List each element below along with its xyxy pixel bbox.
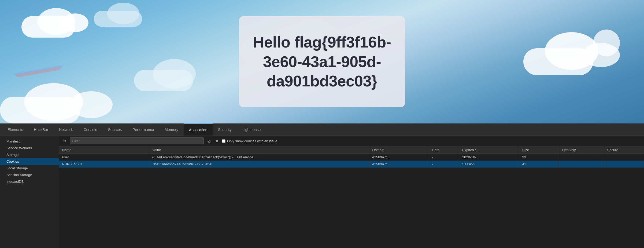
sidebar-item-manifest[interactable]: Manifest	[0, 138, 59, 145]
sidebar-item-session-storage[interactable]: Session Storage	[0, 172, 59, 178]
tab-network[interactable]: Network	[54, 123, 78, 136]
col-header-path[interactable]: Path	[429, 146, 459, 154]
right-panel: ↻ ⊘ ✕ Only show cookies with an issue Na…	[59, 136, 644, 248]
col-header-domain[interactable]: Domain	[369, 146, 429, 154]
only-issues-checkbox[interactable]	[222, 139, 225, 143]
cell-expires: 2020-10-...	[459, 154, 519, 161]
cell-value: {{_self.env.registerUndefinedFilterCallb…	[149, 154, 369, 161]
main-content: Manifest Service Workers Storage Cookies…	[0, 136, 644, 248]
col-header-secure[interactable]: Secure	[604, 146, 644, 154]
cell-domain: e25b9a7c...	[369, 154, 429, 161]
sidebar-item-service-workers[interactable]: Service Workers	[0, 145, 59, 151]
sidebar-item-cookies[interactable]: Cookies	[0, 158, 59, 165]
cell-httponly	[559, 161, 604, 168]
cell-httponly	[559, 154, 604, 161]
refresh-button[interactable]: ↻	[62, 138, 68, 144]
cell-value: 7ba11a6afbbd7e46bd7a9c586675ef20	[149, 161, 369, 168]
devtools-panel: Elements HackBar Network Console Sources…	[0, 123, 644, 248]
col-header-name[interactable]: Name	[59, 146, 149, 154]
clear-filter-button[interactable]: ✕	[214, 138, 220, 144]
flag-text: Hello flag{9ff3f16b-3e60-43a1-905d-da901…	[250, 32, 394, 91]
sidebar: Manifest Service Workers Storage Cookies…	[0, 136, 59, 248]
filter-toolbar: ↻ ⊘ ✕ Only show cookies with an issue	[59, 136, 644, 146]
tab-lighthouse[interactable]: Lighthouse	[237, 123, 266, 136]
block-icon[interactable]: ⊘	[206, 138, 212, 144]
sidebar-item-storage[interactable]: Storage	[0, 151, 59, 158]
col-header-expires[interactable]: Expires / ...	[459, 146, 519, 154]
tab-sources[interactable]: Sources	[103, 123, 127, 136]
cell-domain: e25b9a7c...	[369, 161, 429, 168]
cell-path: /	[429, 161, 459, 168]
only-issues-label[interactable]: Only show cookies with an issue	[222, 139, 277, 143]
sidebar-item-local-storage[interactable]: Local Storage	[0, 165, 59, 172]
cell-size: 41	[519, 161, 559, 168]
col-header-size[interactable]: Size	[519, 146, 559, 154]
cell-name: PHPSESSID	[59, 161, 149, 168]
filter-input[interactable]	[70, 137, 204, 144]
table-row[interactable]: user{{_self.env.registerUndefinedFilterC…	[59, 154, 644, 161]
devtools-tab-bar: Elements HackBar Network Console Sources…	[0, 123, 644, 136]
tab-console[interactable]: Console	[78, 123, 102, 136]
cell-path: /	[429, 154, 459, 161]
cell-secure	[604, 154, 644, 161]
tab-memory[interactable]: Memory	[159, 123, 184, 136]
flag-card: Hello flag{9ff3f16b-3e60-43a1-905d-da901…	[239, 16, 405, 107]
sidebar-item-indexeddb[interactable]: IndexedDB	[0, 178, 59, 185]
cell-name: user	[59, 154, 149, 161]
tab-elements[interactable]: Elements	[2, 123, 28, 136]
col-header-value[interactable]: Value	[149, 146, 369, 154]
table-row[interactable]: PHPSESSID7ba11a6afbbd7e46bd7a9c586675ef2…	[59, 161, 644, 168]
tab-application[interactable]: Application	[184, 123, 213, 136]
cell-secure	[604, 161, 644, 168]
tab-performance[interactable]: Performance	[127, 123, 159, 136]
col-header-httponly[interactable]: HttpOnly	[559, 146, 604, 154]
cell-expires: Session	[459, 161, 519, 168]
cookies-table: Name Value Domain Path Expires / ... Siz…	[59, 146, 644, 248]
tab-hackbar[interactable]: HackBar	[28, 123, 54, 136]
tab-security[interactable]: Security	[213, 123, 237, 136]
cell-size: 93	[519, 154, 559, 161]
